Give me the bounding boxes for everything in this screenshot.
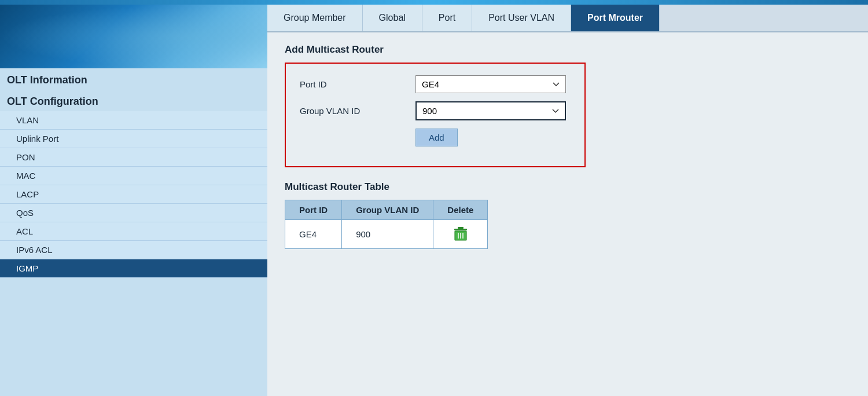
cell-delete bbox=[433, 220, 488, 249]
col-header-delete: Delete bbox=[433, 200, 488, 220]
group-vlan-id-label: Group VLAN ID bbox=[300, 106, 415, 116]
main-layout: OLT Information OLT Configuration VLAN U… bbox=[0, 5, 868, 396]
cell-group-vlan-id: 900 bbox=[342, 220, 433, 249]
multicast-router-table: Port ID Group VLAN ID Delete GE4 900 bbox=[285, 200, 488, 249]
tab-port-mrouter[interactable]: Port Mrouter bbox=[571, 5, 660, 31]
sidebar-item-ipv6-acl[interactable]: IPv6 ACL bbox=[0, 241, 267, 259]
col-header-group-vlan-id: Group VLAN ID bbox=[342, 200, 433, 220]
sidebar-section-olt-information: OLT Information bbox=[0, 68, 267, 90]
tab-group-member[interactable]: Group Member bbox=[267, 5, 363, 31]
sidebar-item-lacp[interactable]: LACP bbox=[0, 185, 267, 204]
sidebar-item-vlan[interactable]: VLAN bbox=[0, 111, 267, 130]
table-row: GE4 900 bbox=[285, 220, 488, 249]
add-multicast-router-form: Port ID GE1 GE2 GE3 GE4 Group VLAN ID 10… bbox=[285, 63, 586, 167]
content-area: Group Member Global Port Port User VLAN … bbox=[267, 5, 868, 396]
tab-port[interactable]: Port bbox=[422, 5, 472, 31]
sidebar-item-uplink-port[interactable]: Uplink Port bbox=[0, 130, 267, 148]
delete-button[interactable] bbox=[451, 225, 470, 243]
sidebar-item-pon[interactable]: PON bbox=[0, 148, 267, 167]
sidebar-item-acl[interactable]: ACL bbox=[0, 222, 267, 241]
page-content: Add Multicast Router Port ID GE1 GE2 GE3… bbox=[267, 32, 868, 396]
sidebar-section-olt-configuration: OLT Configuration bbox=[0, 90, 267, 111]
col-header-port-id: Port ID bbox=[285, 200, 342, 220]
sidebar-item-igmp[interactable]: IGMP bbox=[0, 259, 267, 278]
sidebar-item-mac[interactable]: MAC bbox=[0, 167, 267, 185]
add-button-row: Add bbox=[300, 129, 571, 146]
add-button[interactable]: Add bbox=[415, 129, 458, 146]
sidebar: OLT Information OLT Configuration VLAN U… bbox=[0, 5, 267, 396]
tab-bar: Group Member Global Port Port User VLAN … bbox=[267, 5, 868, 32]
cell-port-id: GE4 bbox=[285, 220, 342, 249]
top-bar bbox=[0, 0, 868, 5]
tab-global[interactable]: Global bbox=[363, 5, 422, 31]
port-id-label: Port ID bbox=[300, 79, 415, 89]
group-vlan-id-select[interactable]: 100 200 300 900 bbox=[415, 101, 566, 120]
multicast-router-table-title: Multicast Router Table bbox=[285, 181, 851, 193]
group-vlan-id-row: Group VLAN ID 100 200 300 900 bbox=[300, 101, 571, 120]
port-id-row: Port ID GE1 GE2 GE3 GE4 bbox=[300, 75, 571, 93]
trash-icon bbox=[453, 226, 469, 242]
add-multicast-router-title: Add Multicast Router bbox=[285, 44, 851, 56]
svg-rect-0 bbox=[454, 229, 467, 230]
svg-rect-1 bbox=[458, 227, 464, 229]
sidebar-nav: OLT Information OLT Configuration VLAN U… bbox=[0, 68, 267, 396]
tab-port-user-vlan[interactable]: Port User VLAN bbox=[472, 5, 571, 31]
port-id-select[interactable]: GE1 GE2 GE3 GE4 bbox=[415, 75, 566, 93]
sidebar-hero bbox=[0, 5, 267, 68]
sidebar-item-qos[interactable]: QoS bbox=[0, 204, 267, 222]
